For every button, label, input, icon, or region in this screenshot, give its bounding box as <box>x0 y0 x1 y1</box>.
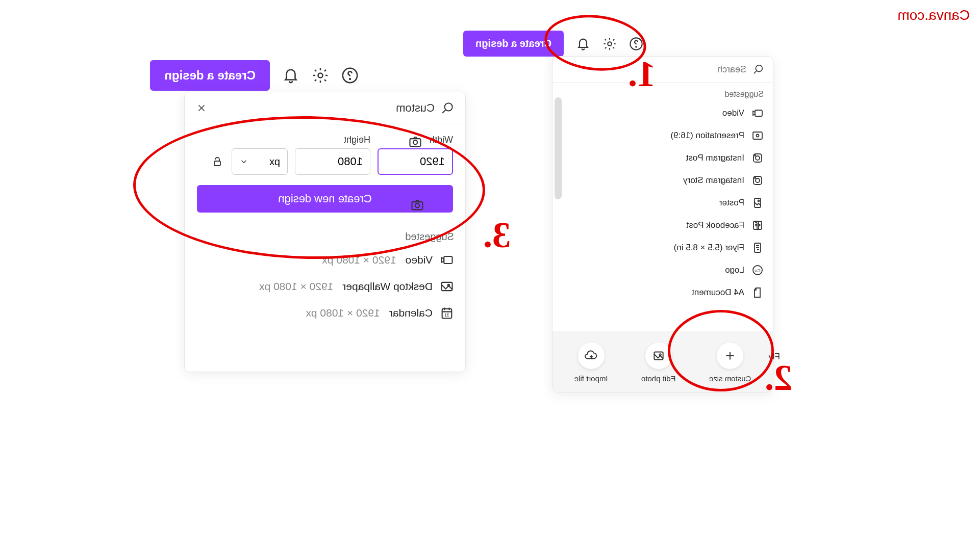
suggested-item-video[interactable]: Video 1920 × 1080 px <box>185 247 465 273</box>
bottom-actions: Custom size Edit photo Import file <box>552 331 773 392</box>
bell-icon[interactable] <box>282 67 299 84</box>
close-icon[interactable] <box>196 102 207 114</box>
item-label: Video <box>722 108 744 118</box>
svg-point-12 <box>755 177 756 178</box>
suggested-item-igstory[interactable]: Instagram Story <box>552 169 773 192</box>
svg-point-3 <box>756 65 762 72</box>
item-label: Video <box>406 254 433 266</box>
bell-icon[interactable] <box>576 37 590 51</box>
width-input[interactable] <box>378 148 453 175</box>
edit-photo-button[interactable]: Edit photo <box>641 343 676 383</box>
item-label: A4 Document <box>692 287 744 298</box>
import-file-button[interactable]: Import file <box>574 343 608 383</box>
suggested-item-igpost[interactable]: Instagram Post <box>552 147 773 169</box>
item-label: Instagram Story <box>683 175 744 186</box>
height-input[interactable] <box>295 148 370 175</box>
chevron-down-icon <box>239 157 248 166</box>
suggested-label: Suggested <box>552 83 773 102</box>
item-label: Desktop Wallpaper <box>342 280 433 293</box>
suggested-item-a4[interactable]: A4 Document <box>552 281 773 304</box>
unit-label: px <box>269 156 280 168</box>
svg-point-9 <box>755 155 756 156</box>
search-icon <box>441 101 454 115</box>
calendar-icon: 31 <box>440 306 454 320</box>
flyer-icon <box>751 242 764 254</box>
svg-point-23 <box>318 73 322 77</box>
gear-icon[interactable] <box>312 67 329 84</box>
item-label: Logo <box>725 265 744 275</box>
video-icon <box>751 107 764 119</box>
help-icon[interactable] <box>341 67 359 84</box>
gear-icon[interactable] <box>602 37 617 51</box>
search-input[interactable] <box>213 101 435 115</box>
svg-rect-25 <box>214 161 220 166</box>
watermark-text: Canva.com <box>897 7 970 23</box>
svg-point-11 <box>756 178 760 182</box>
create-dropdown-panel: Suggested Video Presentation (16:9) Inst… <box>552 56 773 392</box>
unit-select[interactable]: px <box>232 148 288 175</box>
topbar-panel1: Create a design <box>463 31 643 57</box>
svg-text:Co: Co <box>755 268 761 273</box>
topbar-panel2: Create a design <box>150 60 359 91</box>
presentation-icon <box>751 129 764 142</box>
suggested-item-flyer[interactable]: Flyer (5.5 × 8.5 in) <box>552 237 773 259</box>
svg-rect-26 <box>444 256 452 264</box>
item-label: Facebook Post <box>687 220 744 230</box>
edit-photo-label: Edit photo <box>641 374 676 383</box>
search-icon <box>752 64 764 75</box>
instagram-icon <box>751 152 764 164</box>
item-label: Flyer (5.5 × 8.5 in) <box>674 243 744 253</box>
item-label: Instagram Post <box>686 153 744 163</box>
document-icon <box>751 286 764 299</box>
search-row <box>552 57 773 83</box>
item-label: Poster <box>719 198 744 208</box>
suggested-label: Suggested <box>185 223 465 247</box>
suggested-item-video[interactable]: Video <box>552 102 773 124</box>
custom-size-button[interactable]: Custom size <box>709 343 751 383</box>
logo-icon: Co <box>751 264 764 276</box>
suggested-item-poster[interactable]: Poster <box>552 192 773 214</box>
svg-rect-4 <box>755 110 762 116</box>
custom-size-panel: Width Height px Create new design Sugges… <box>184 92 466 372</box>
dimensions-row: Width Height px <box>185 124 465 175</box>
suggested-item-fbpost[interactable]: Facebook Post <box>552 214 773 237</box>
custom-size-label: Custom size <box>709 374 751 383</box>
item-label: Calendar <box>389 307 433 319</box>
scrollbar[interactable] <box>555 97 562 199</box>
svg-point-24 <box>445 103 453 111</box>
callout-1: 1. <box>628 53 656 95</box>
import-file-label: Import file <box>574 374 608 383</box>
svg-point-14 <box>758 200 760 202</box>
svg-point-6 <box>757 135 759 137</box>
svg-point-22 <box>349 78 350 80</box>
suggested-item-wallpaper[interactable]: Desktop Wallpaper 1920 × 1080 px <box>185 273 465 300</box>
svg-point-1 <box>636 46 637 47</box>
camera-icon <box>410 198 424 212</box>
help-icon[interactable] <box>629 37 643 51</box>
camera-icon <box>408 135 422 149</box>
svg-text:31: 31 <box>444 313 449 318</box>
video-icon <box>440 253 454 267</box>
svg-point-34 <box>415 203 419 207</box>
image-icon <box>440 279 454 294</box>
facebook-icon <box>751 219 764 231</box>
height-label: Height <box>295 135 370 145</box>
svg-point-32 <box>413 140 417 144</box>
svg-point-8 <box>756 156 760 160</box>
svg-point-2 <box>608 42 611 45</box>
create-design-button[interactable]: Create a design <box>463 31 564 57</box>
suggested-item-calendar[interactable]: 31 Calendar 1920 × 1080 px <box>185 300 465 326</box>
instagram-icon <box>751 174 764 187</box>
item-dim: 1920 × 1080 px <box>259 280 333 293</box>
item-label: Presentation (16:9) <box>670 130 744 141</box>
create-design-button[interactable]: Create a design <box>150 60 270 91</box>
callout-2: 2. <box>765 357 792 399</box>
callout-3: 3. <box>483 214 511 256</box>
suggested-item-logo[interactable]: Co Logo <box>552 259 773 281</box>
item-dim: 1920 × 1080 px <box>306 307 380 319</box>
lock-aspect-button[interactable] <box>210 148 224 175</box>
search-row <box>185 92 465 124</box>
suggested-item-presentation[interactable]: Presentation (16:9) <box>552 124 773 147</box>
item-dim: 1920 × 1080 px <box>322 254 396 266</box>
svg-rect-5 <box>753 132 762 139</box>
